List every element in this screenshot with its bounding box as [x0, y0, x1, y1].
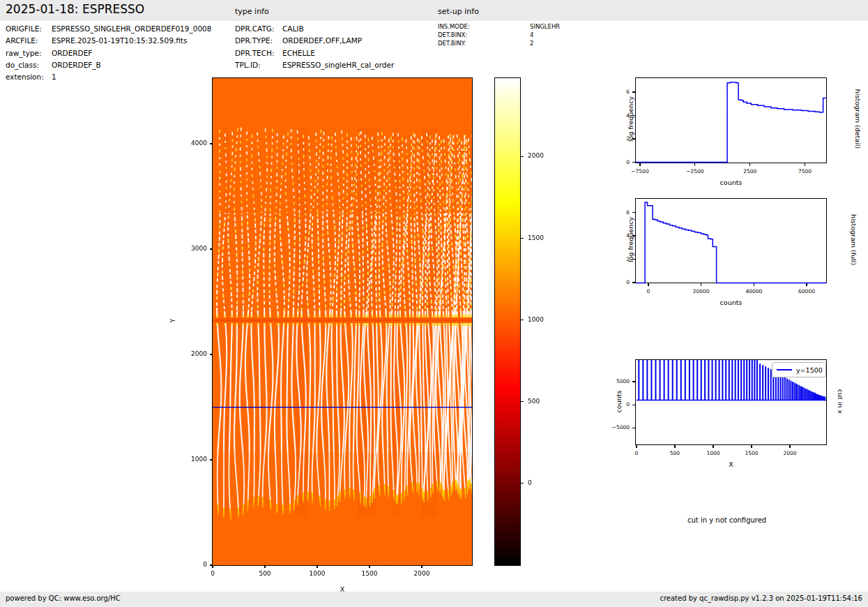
info-value: ESPRESSO_SINGLEHR_ORDERDEF019_0008 — [52, 24, 211, 33]
y-tick-label: 4000 — [191, 140, 207, 147]
x-tick-label: 0 — [211, 570, 215, 577]
x-tick-mark — [639, 163, 640, 166]
info-value: SINGLEHR — [530, 23, 560, 30]
info-label: DET.BINY: — [438, 40, 466, 47]
y-tick-label: 0 — [626, 401, 630, 407]
setup-info-heading: set-up info — [438, 7, 479, 16]
x-tick-label: 0 — [635, 450, 639, 456]
colorbar-tick-label: 1000 — [528, 316, 544, 323]
colorbar-tick-mark — [520, 156, 524, 157]
info-value: 4 — [530, 31, 533, 38]
hist_detail-xaxis-label: counts — [720, 179, 743, 186]
hist_detail-yaxis-label: log frequency — [627, 96, 634, 142]
y-tick-label: 5000 — [616, 378, 630, 384]
hist_full-xaxis-label: counts — [720, 299, 743, 306]
y-tick-label: 0 — [626, 159, 630, 165]
x-tick-label: 2500 — [743, 168, 756, 174]
y-tick-label: 6 — [626, 89, 630, 95]
info-value: CALIB — [282, 24, 304, 33]
info-value: ECHELLE — [282, 49, 315, 57]
qc-report-page: 2025-01-18: ESPRESSO type info set-up in… — [0, 0, 868, 607]
info-row: ARCFILE:ESPRE.2025-01-19T10:15:32.509.fi… — [6, 36, 38, 45]
x-tick-mark — [754, 283, 754, 286]
info-value: ORDERDEF_B — [52, 61, 101, 69]
main-yaxis-label: Y — [169, 319, 176, 323]
x-tick-label: 7500 — [798, 168, 812, 174]
info-row: ORIGFILE:ESPRESSO_SINGLEHR_ORDERDEF019_0… — [6, 24, 42, 33]
info-label: DPR.TYPE: — [235, 36, 273, 45]
y-tick-mark — [632, 162, 636, 163]
info-value: 2 — [530, 40, 533, 47]
hist_detail-plot — [636, 78, 826, 163]
x-tick-mark — [421, 565, 422, 568]
colorbar-tick-label: 500 — [528, 398, 540, 405]
x-tick-mark — [789, 445, 790, 448]
info-row: DPR.TYPE:ORDERDEF,OFF,LAMP — [235, 36, 273, 45]
y-tick-mark — [210, 143, 213, 144]
main-xaxis-label: X — [340, 585, 345, 593]
y-tick-mark — [632, 405, 636, 405]
info-label: extension: — [6, 73, 44, 81]
info-label: raw_type: — [6, 49, 42, 57]
y-tick-mark — [210, 354, 213, 354]
y-tick-mark — [210, 564, 213, 565]
info-value: ESPRE.2025-01-19T10:15:32.509.fits — [52, 36, 187, 45]
y-tick-label: 6 — [626, 209, 630, 216]
x-tick-mark — [694, 163, 695, 166]
info-row: INS.MODE:SINGLEHR — [438, 23, 470, 30]
x-tick-mark — [648, 283, 648, 286]
info-label: DPR.CATG: — [235, 24, 274, 33]
cut_in_x-yaxis-label: counts — [615, 390, 623, 412]
x-tick-mark — [212, 565, 213, 568]
colorbar-tick-mark — [520, 483, 524, 484]
colorbar-tick-label: 0 — [528, 479, 532, 486]
y-tick-mark — [632, 91, 636, 92]
x-tick-label: 2000 — [414, 570, 430, 577]
x-tick-mark — [806, 283, 807, 286]
x-tick-mark — [674, 445, 675, 448]
cut-in-x-legend: y=1500 — [772, 362, 826, 377]
colorbar-border — [494, 77, 521, 566]
hist_full-line — [636, 202, 826, 283]
y-tick-mark — [632, 212, 636, 213]
x-tick-label: 60000 — [798, 288, 815, 294]
info-label: INS.MODE: — [438, 23, 470, 30]
x-tick-mark — [751, 445, 752, 448]
info-row: extension:1 — [6, 73, 44, 81]
info-label: TPL.ID: — [235, 61, 261, 69]
hist_full-right-label: histogram (full) — [850, 214, 858, 265]
info-row: DPR.CATG:CALIB — [235, 24, 274, 33]
info-row: TPL.ID:ESPRESSO_singleHR_cal_order — [235, 61, 261, 69]
info-label: DPR.TECH: — [235, 49, 275, 57]
x-tick-mark — [636, 445, 637, 448]
x-tick-label: 500 — [259, 570, 271, 577]
hist_full-yaxis-label: log frequency — [627, 217, 634, 262]
y-tick-mark — [632, 282, 636, 283]
x-tick-mark — [805, 163, 805, 166]
colorbar-tick-mark — [520, 320, 524, 320]
colorbar-tick-mark — [520, 238, 524, 239]
colorbar-tick-label: 1500 — [528, 234, 544, 241]
cut_in_x-xaxis-label: X — [729, 460, 733, 468]
x-tick-mark — [369, 565, 370, 568]
info-label: ARCFILE: — [6, 36, 38, 45]
x-tick-label: 1500 — [745, 450, 758, 456]
info-label: DET.BINX: — [438, 31, 467, 38]
legend-label: y=1500 — [796, 366, 823, 374]
x-tick-mark — [701, 283, 701, 286]
info-value: ORDERDEF — [52, 49, 92, 57]
x-tick-mark — [317, 565, 317, 568]
x-tick-label: −2500 — [686, 168, 703, 174]
x-tick-label: 1000 — [310, 570, 326, 577]
info-label: do_class: — [6, 61, 39, 69]
colorbar-tick-label: 2000 — [528, 152, 544, 159]
x-tick-label: 2000 — [783, 450, 796, 456]
type-info-heading: type info — [235, 7, 269, 16]
hist_full-plot — [636, 199, 826, 283]
info-label: ORIGFILE: — [6, 24, 42, 33]
y-tick-mark — [632, 428, 636, 428]
x-tick-label: 500 — [670, 450, 680, 456]
info-row: DPR.TECH:ECHELLE — [235, 49, 275, 57]
info-row: DET.BINX:4 — [438, 31, 467, 38]
x-tick-label: 40000 — [745, 288, 762, 294]
